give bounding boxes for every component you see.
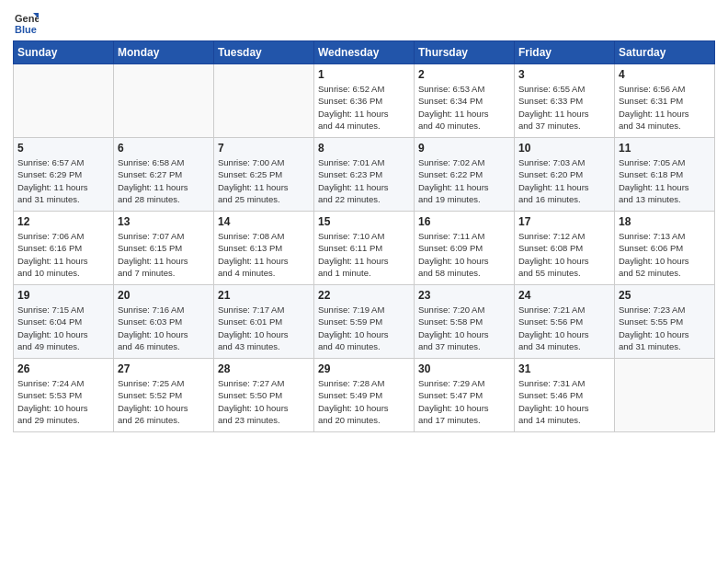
- calendar-cell: 12Sunrise: 7:06 AM Sunset: 6:16 PM Dayli…: [14, 212, 114, 285]
- day-number: 11: [619, 142, 711, 155]
- day-detail: Sunrise: 7:13 AM Sunset: 6:06 PM Dayligh…: [619, 230, 711, 279]
- day-number: 31: [518, 362, 610, 375]
- day-detail: Sunrise: 7:11 AM Sunset: 6:09 PM Dayligh…: [418, 230, 510, 279]
- calendar-cell: 10Sunrise: 7:03 AM Sunset: 6:20 PM Dayli…: [515, 138, 615, 212]
- day-detail: Sunrise: 7:05 AM Sunset: 6:18 PM Dayligh…: [619, 156, 711, 205]
- calendar-cell: 11Sunrise: 7:05 AM Sunset: 6:18 PM Dayli…: [615, 138, 715, 212]
- calendar-cell: 30Sunrise: 7:29 AM Sunset: 5:47 PM Dayli…: [415, 359, 515, 432]
- day-detail: Sunrise: 7:03 AM Sunset: 6:20 PM Dayligh…: [518, 156, 610, 205]
- calendar-cell: 7Sunrise: 7:00 AM Sunset: 6:25 PM Daylig…: [214, 138, 314, 212]
- calendar-cell: 1Sunrise: 6:52 AM Sunset: 6:36 PM Daylig…: [314, 64, 415, 138]
- calendar-cell: 27Sunrise: 7:25 AM Sunset: 5:52 PM Dayli…: [114, 359, 214, 432]
- calendar-table: SundayMondayTuesdayWednesdayThursdayFrid…: [13, 40, 715, 432]
- day-number: 3: [518, 68, 610, 81]
- logo: General Blue: [13, 9, 42, 35]
- day-detail: Sunrise: 7:24 AM Sunset: 5:53 PM Dayligh…: [17, 377, 109, 426]
- day-detail: Sunrise: 7:00 AM Sunset: 6:25 PM Dayligh…: [218, 156, 310, 205]
- day-number: 5: [17, 142, 109, 155]
- calendar-cell: 28Sunrise: 7:27 AM Sunset: 5:50 PM Dayli…: [214, 359, 314, 432]
- day-number: 23: [418, 289, 510, 302]
- calendar-cell: 2Sunrise: 6:53 AM Sunset: 6:34 PM Daylig…: [415, 64, 515, 138]
- day-number: 16: [418, 215, 510, 228]
- day-number: 10: [518, 142, 610, 155]
- day-detail: Sunrise: 7:29 AM Sunset: 5:47 PM Dayligh…: [418, 377, 510, 426]
- day-detail: Sunrise: 7:12 AM Sunset: 6:08 PM Dayligh…: [518, 230, 610, 279]
- day-detail: Sunrise: 7:15 AM Sunset: 6:04 PM Dayligh…: [17, 304, 109, 352]
- logo-icon: General Blue: [13, 9, 39, 35]
- day-number: 7: [218, 142, 310, 155]
- day-number: 15: [318, 215, 410, 228]
- day-detail: Sunrise: 7:07 AM Sunset: 6:15 PM Dayligh…: [118, 230, 210, 279]
- day-detail: Sunrise: 6:57 AM Sunset: 6:29 PM Dayligh…: [17, 156, 109, 205]
- calendar-cell: 22Sunrise: 7:19 AM Sunset: 5:59 PM Dayli…: [314, 285, 415, 359]
- calendar-cell: 18Sunrise: 7:13 AM Sunset: 6:06 PM Dayli…: [615, 212, 715, 285]
- calendar-cell: [214, 64, 314, 138]
- weekday-header-wednesday: Wednesday: [314, 41, 415, 64]
- calendar-cell: 3Sunrise: 6:55 AM Sunset: 6:33 PM Daylig…: [515, 64, 615, 138]
- day-detail: Sunrise: 7:10 AM Sunset: 6:11 PM Dayligh…: [318, 230, 410, 279]
- calendar-cell: 13Sunrise: 7:07 AM Sunset: 6:15 PM Dayli…: [114, 212, 214, 285]
- calendar-cell: 20Sunrise: 7:16 AM Sunset: 6:03 PM Dayli…: [114, 285, 214, 359]
- calendar-cell: 14Sunrise: 7:08 AM Sunset: 6:13 PM Dayli…: [214, 212, 314, 285]
- weekday-header-thursday: Thursday: [415, 41, 515, 64]
- day-number: 20: [118, 289, 210, 302]
- calendar-cell: [114, 64, 214, 138]
- day-number: 4: [619, 68, 711, 81]
- day-detail: Sunrise: 6:53 AM Sunset: 6:34 PM Dayligh…: [418, 83, 510, 132]
- day-number: 9: [418, 142, 510, 155]
- day-detail: Sunrise: 7:16 AM Sunset: 6:03 PM Dayligh…: [118, 304, 210, 352]
- calendar-cell: 16Sunrise: 7:11 AM Sunset: 6:09 PM Dayli…: [415, 212, 515, 285]
- weekday-header-monday: Monday: [114, 41, 214, 64]
- day-number: 21: [218, 289, 310, 302]
- day-detail: Sunrise: 7:28 AM Sunset: 5:49 PM Dayligh…: [318, 377, 410, 426]
- day-detail: Sunrise: 7:23 AM Sunset: 5:55 PM Dayligh…: [619, 304, 711, 352]
- day-detail: Sunrise: 6:58 AM Sunset: 6:27 PM Dayligh…: [118, 156, 210, 205]
- day-detail: Sunrise: 7:27 AM Sunset: 5:50 PM Dayligh…: [218, 377, 310, 426]
- day-detail: Sunrise: 7:20 AM Sunset: 5:58 PM Dayligh…: [418, 304, 510, 352]
- calendar-cell: 19Sunrise: 7:15 AM Sunset: 6:04 PM Dayli…: [14, 285, 114, 359]
- weekday-header-saturday: Saturday: [615, 41, 715, 64]
- calendar-cell: 24Sunrise: 7:21 AM Sunset: 5:56 PM Dayli…: [515, 285, 615, 359]
- day-number: 2: [418, 68, 510, 81]
- day-number: 26: [17, 362, 109, 375]
- svg-text:Blue: Blue: [15, 24, 37, 35]
- day-detail: Sunrise: 7:25 AM Sunset: 5:52 PM Dayligh…: [118, 377, 210, 426]
- day-number: 22: [318, 289, 410, 302]
- calendar-cell: 5Sunrise: 6:57 AM Sunset: 6:29 PM Daylig…: [14, 138, 114, 212]
- day-number: 13: [118, 215, 210, 228]
- calendar-cell: 6Sunrise: 6:58 AM Sunset: 6:27 PM Daylig…: [114, 138, 214, 212]
- calendar-cell: 31Sunrise: 7:31 AM Sunset: 5:46 PM Dayli…: [515, 359, 615, 432]
- day-number: 28: [218, 362, 310, 375]
- calendar-cell: 26Sunrise: 7:24 AM Sunset: 5:53 PM Dayli…: [14, 359, 114, 432]
- day-detail: Sunrise: 7:19 AM Sunset: 5:59 PM Dayligh…: [318, 304, 410, 352]
- day-number: 18: [619, 215, 711, 228]
- day-number: 1: [318, 68, 410, 81]
- weekday-header-tuesday: Tuesday: [214, 41, 314, 64]
- calendar-cell: 15Sunrise: 7:10 AM Sunset: 6:11 PM Dayli…: [314, 212, 415, 285]
- day-number: 30: [418, 362, 510, 375]
- day-number: 19: [17, 289, 109, 302]
- day-detail: Sunrise: 6:56 AM Sunset: 6:31 PM Dayligh…: [619, 83, 711, 132]
- day-detail: Sunrise: 6:52 AM Sunset: 6:36 PM Dayligh…: [318, 83, 410, 132]
- calendar-cell: [14, 64, 114, 138]
- calendar-cell: 29Sunrise: 7:28 AM Sunset: 5:49 PM Dayli…: [314, 359, 415, 432]
- day-number: 24: [518, 289, 610, 302]
- day-number: 6: [118, 142, 210, 155]
- day-number: 27: [118, 362, 210, 375]
- day-number: 12: [17, 215, 109, 228]
- day-detail: Sunrise: 6:55 AM Sunset: 6:33 PM Dayligh…: [518, 83, 610, 132]
- calendar-cell: 9Sunrise: 7:02 AM Sunset: 6:22 PM Daylig…: [415, 138, 515, 212]
- day-number: 29: [318, 362, 410, 375]
- day-number: 17: [518, 215, 610, 228]
- day-detail: Sunrise: 7:08 AM Sunset: 6:13 PM Dayligh…: [218, 230, 310, 279]
- day-detail: Sunrise: 7:06 AM Sunset: 6:16 PM Dayligh…: [17, 230, 109, 279]
- calendar-cell: [615, 359, 715, 432]
- calendar-cell: 21Sunrise: 7:17 AM Sunset: 6:01 PM Dayli…: [214, 285, 314, 359]
- calendar-cell: 23Sunrise: 7:20 AM Sunset: 5:58 PM Dayli…: [415, 285, 515, 359]
- day-number: 8: [318, 142, 410, 155]
- calendar-cell: 25Sunrise: 7:23 AM Sunset: 5:55 PM Dayli…: [615, 285, 715, 359]
- day-detail: Sunrise: 7:02 AM Sunset: 6:22 PM Dayligh…: [418, 156, 510, 205]
- weekday-header-sunday: Sunday: [14, 41, 114, 64]
- calendar-cell: 8Sunrise: 7:01 AM Sunset: 6:23 PM Daylig…: [314, 138, 415, 212]
- day-detail: Sunrise: 7:21 AM Sunset: 5:56 PM Dayligh…: [518, 304, 610, 352]
